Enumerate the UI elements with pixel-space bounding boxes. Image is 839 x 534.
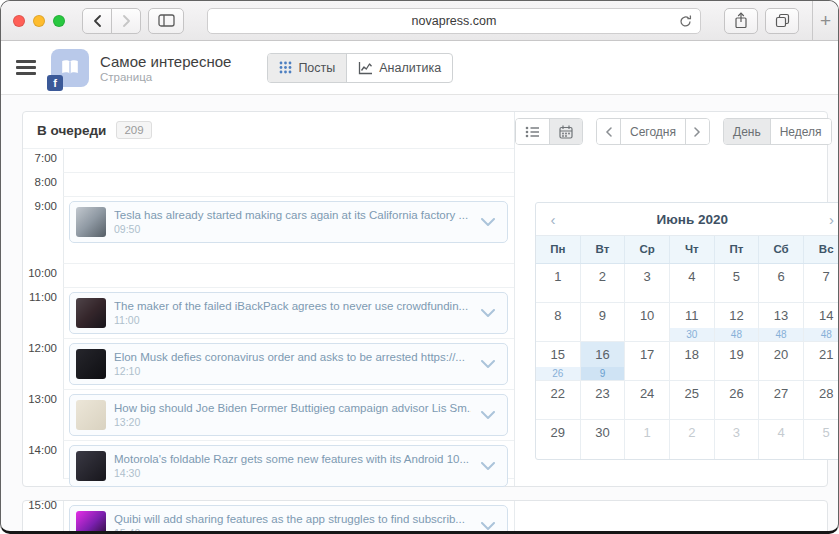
calendar-day[interactable]: 1348 <box>759 303 804 342</box>
scheduled-post[interactable]: The maker of the failed iBackPack agrees… <box>69 292 508 334</box>
next-day-button[interactable] <box>685 119 709 144</box>
back-button[interactable] <box>82 8 112 34</box>
hour-slot[interactable]: Tesla has already started making cars ag… <box>63 197 514 264</box>
post-count-badge: 26 <box>536 367 580 380</box>
prev-day-button[interactable] <box>597 119 620 144</box>
menu-button[interactable] <box>16 60 36 75</box>
day-number: 26 <box>715 386 759 401</box>
calendar-day[interactable]: 29 <box>536 420 581 459</box>
calendar-day[interactable]: 169 <box>581 342 626 381</box>
post-expand-button[interactable] <box>481 462 495 471</box>
calendar-day[interactable]: 1526 <box>536 342 581 381</box>
calendar-day[interactable]: 1 <box>625 420 670 459</box>
url-bar[interactable]: novapress.com <box>207 8 701 34</box>
week-view-button[interactable]: Неделя <box>770 119 831 144</box>
calendar-view-button[interactable] <box>549 119 582 144</box>
scheduled-post[interactable]: Quibi will add sharing features as the a… <box>69 505 508 534</box>
hour-slot[interactable] <box>63 173 514 197</box>
day-number: 4 <box>759 425 803 440</box>
calendar-day[interactable]: 5 <box>715 264 760 303</box>
calendar-day[interactable]: 25 <box>670 381 715 420</box>
calendar-day[interactable]: 1 <box>536 264 581 303</box>
day-view-button[interactable]: День <box>724 119 770 144</box>
timeline-grid: 7:008:009:00Tesla has already started ma… <box>23 148 514 479</box>
calendar-day[interactable]: 22 <box>536 381 581 420</box>
date-nav: Сегодня <box>596 118 710 145</box>
calendar-day[interactable]: 5 <box>804 420 838 459</box>
post-thumbnail <box>76 298 106 328</box>
scheduled-post[interactable]: Tesla has already started making cars ag… <box>69 201 508 243</box>
hour-label: 8:00 <box>23 173 63 197</box>
calendar-day[interactable]: 4 <box>670 264 715 303</box>
calendar-day[interactable]: 1448 <box>804 303 838 342</box>
new-tab-button[interactable]: + <box>812 1 838 41</box>
calendar-day[interactable]: 7 <box>804 264 838 303</box>
hour-label: 12:00 <box>23 339 63 390</box>
calendar-day[interactable]: 28 <box>804 381 838 420</box>
hour-slot[interactable]: Elon Musk defies coronavirus order and a… <box>63 339 514 390</box>
minimize-window-button[interactable] <box>33 15 45 27</box>
page-avatar[interactable]: f <box>51 49 89 87</box>
hour-slot[interactable]: Motorola's foldable Razr gets some new f… <box>63 441 514 479</box>
hour-slot[interactable]: Quibi will add sharing features as the a… <box>63 501 514 534</box>
share-button[interactable] <box>724 8 758 34</box>
hour-slot[interactable] <box>63 264 514 288</box>
calendar-day[interactable]: 3 <box>715 420 760 459</box>
schedule-card-continued: 15:00Quibi will add sharing features as … <box>22 500 828 534</box>
calendar-day[interactable]: 4 <box>759 420 804 459</box>
chevron-down-icon <box>481 360 495 369</box>
calendar-day[interactable]: 20 <box>759 342 804 381</box>
right-panel-continued <box>514 501 827 534</box>
calendar-day[interactable]: 10 <box>625 303 670 342</box>
post-expand-button[interactable] <box>481 522 495 531</box>
scheduled-post[interactable]: Elon Musk defies coronavirus order and a… <box>69 343 508 385</box>
today-button[interactable]: Сегодня <box>620 119 685 144</box>
calendar-day[interactable]: 1248 <box>715 303 760 342</box>
post-count-badge: 30 <box>670 328 714 341</box>
list-view-button[interactable] <box>516 119 549 144</box>
calendar-day[interactable]: 19 <box>715 342 760 381</box>
tab-posts[interactable]: Посты <box>268 54 346 82</box>
hour-label: 11:00 <box>23 288 63 339</box>
hour-slot[interactable]: How big should Joe Biden Former Buttigie… <box>63 390 514 441</box>
calendar-day[interactable]: 2 <box>581 264 626 303</box>
next-month-button[interactable]: › <box>815 211 838 228</box>
hour-slot[interactable] <box>63 149 514 173</box>
calendar-day[interactable]: 30 <box>581 420 626 459</box>
reload-button[interactable] <box>678 14 693 29</box>
calendar-day[interactable]: 23 <box>581 381 626 420</box>
chevron-down-icon <box>481 218 495 227</box>
calendar-day[interactable]: 21 <box>804 342 838 381</box>
calendar-day[interactable]: 26 <box>715 381 760 420</box>
post-count-badge: 48 <box>804 328 838 341</box>
post-expand-button[interactable] <box>481 360 495 369</box>
calendar-day[interactable]: 27 <box>759 381 804 420</box>
sidebar-toggle-button[interactable] <box>148 8 184 34</box>
calendar-day[interactable]: 24 <box>625 381 670 420</box>
post-text: How big should Joe Biden Former Buttigie… <box>114 402 475 428</box>
calendar-day[interactable]: 17 <box>625 342 670 381</box>
post-expand-button[interactable] <box>481 218 495 227</box>
calendar-day[interactable]: 2 <box>670 420 715 459</box>
post-expand-button[interactable] <box>481 309 495 318</box>
day-number: 27 <box>759 386 803 401</box>
post-expand-button[interactable] <box>481 411 495 420</box>
tab-overview-button[interactable] <box>765 8 799 34</box>
calendar-day[interactable]: 18 <box>670 342 715 381</box>
tabs-icon <box>775 13 790 28</box>
day-number: 19 <box>715 347 759 362</box>
calendar-day[interactable]: 3 <box>625 264 670 303</box>
calendar-day[interactable]: 6 <box>759 264 804 303</box>
calendar-day[interactable]: 8 <box>536 303 581 342</box>
scheduled-post[interactable]: How big should Joe Biden Former Buttigie… <box>69 394 508 436</box>
calendar-day[interactable]: 1130 <box>670 303 715 342</box>
tab-analytics[interactable]: Аналитика <box>346 54 452 82</box>
hour-slot[interactable]: The maker of the failed iBackPack agrees… <box>63 288 514 339</box>
calendar-day[interactable]: 9 <box>581 303 626 342</box>
zoom-window-button[interactable] <box>53 15 65 27</box>
timeline-row: 11:00The maker of the failed iBackPack a… <box>23 288 514 339</box>
close-window-button[interactable] <box>13 15 25 27</box>
prev-month-button[interactable]: ‹ <box>536 211 570 228</box>
scheduled-post[interactable]: Motorola's foldable Razr gets some new f… <box>69 445 508 487</box>
forward-button[interactable] <box>111 8 141 34</box>
